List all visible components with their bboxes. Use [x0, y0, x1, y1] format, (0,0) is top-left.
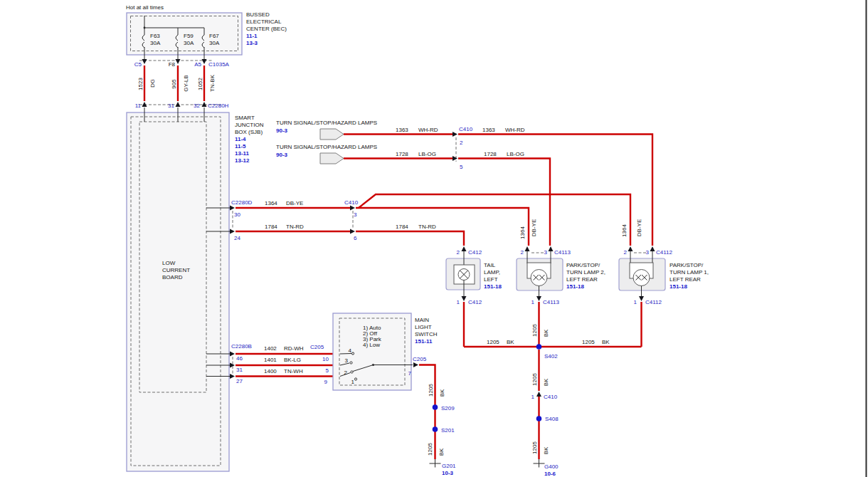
wire-circuit-label: 1205: [487, 339, 499, 345]
switch-terminal-number: 4: [349, 347, 352, 354]
wire-color-label: BK: [602, 339, 610, 345]
lamp-pin-label: 3: [646, 249, 650, 256]
lamp-pin-label: 1: [457, 299, 460, 305]
splice-dot: [433, 426, 438, 432]
sjb-title-line: BOX (SJB): [235, 129, 263, 135]
fuse-rating: 30A: [209, 40, 220, 46]
pin-arrow-down: [176, 59, 181, 64]
switch-terminal-number: 1: [351, 379, 355, 385]
c410-pin-label: 5: [460, 164, 463, 170]
pin-arrow-right: [452, 156, 457, 161]
splice-label: S408: [545, 416, 559, 422]
wire-circuit-label: 905: [171, 79, 177, 89]
wire-color-label: WH-RD: [505, 127, 525, 133]
pin-arrow-up: [628, 246, 633, 251]
splice-label: S402: [544, 353, 558, 360]
offpage-title: TURN SIGNAL/STOP/HAZARD LAMPS: [276, 120, 377, 126]
wire-color-label: TN-RD: [286, 224, 304, 230]
wire-color-label: BK-LG: [284, 357, 301, 363]
lamp-connector-label: C4112: [645, 299, 662, 305]
feed-wires: 1523 DG 905 GY-LB 1052 TN-BK: [137, 65, 216, 101]
sjb-page-ref: 13-11: [235, 150, 250, 157]
wire-circuit-label: 1052: [197, 78, 203, 90]
bulb-icon: [531, 270, 547, 286]
c410-connector-label: C410: [344, 199, 359, 206]
turn-signal-row-1: TURN SIGNAL/STOP/HAZARD LAMPS 90-3 1363 …: [276, 120, 652, 246]
wire-circuit-label: 1784: [265, 224, 277, 230]
lamp-pin-label: 2: [457, 249, 460, 256]
sjb-pin-label: 32: [194, 103, 200, 109]
wire-color-label: WH-RD: [418, 127, 438, 133]
pin-arrow-right: [230, 374, 235, 379]
sjb-pin-label: 31: [168, 103, 174, 109]
switch-name-line: MAIN: [415, 317, 429, 323]
offpage-page-ref: 90-3: [276, 127, 288, 134]
lamp-connector-label: C412: [468, 299, 482, 305]
pin-arrow-down: [639, 296, 644, 301]
switch-terminal-number: 2: [344, 369, 348, 376]
offpage-page-ref: 90-3: [276, 152, 288, 158]
lamp-page-ref: 151-18: [669, 283, 687, 290]
wire-color-label: DB-YE: [286, 200, 303, 206]
c2280b-pin-label: 27: [236, 378, 243, 384]
c410-pin-label: 1: [531, 394, 535, 400]
lamp-name-line: LAMP,: [484, 269, 500, 276]
fuse-rating: 30A: [184, 40, 194, 46]
wire-circuit-label: 1401: [264, 357, 277, 363]
lamp-connector-label: C4113: [543, 299, 560, 305]
wire-circuit-label: 1784: [396, 224, 408, 230]
pin-arrow-right: [230, 229, 235, 234]
wire-color-label: DB-YE: [531, 219, 537, 236]
wire-circuit-label: 1205: [427, 443, 433, 456]
switch-terminal-number: 3: [345, 357, 349, 364]
lamp-name-line: LEFT REAR: [566, 276, 598, 283]
bulb-icon: [633, 270, 650, 286]
switch-name-line: LIGHT: [415, 324, 432, 330]
wire-circuit-label: 1728: [396, 151, 408, 157]
pin-arrow-right: [350, 206, 355, 211]
c410-connector-label: C410: [459, 126, 473, 132]
c205-pin-label: 10: [322, 356, 329, 362]
sjb-page-ref: 11-4: [235, 136, 246, 142]
wire-color-label: LB-OG: [418, 151, 436, 157]
c205-pin-label: 5: [326, 367, 329, 374]
wire-color-label: BK: [543, 329, 549, 337]
switch-name-line: SWITCH: [415, 331, 438, 337]
switch-position-label: 4) Low: [363, 342, 380, 348]
wire-color-label: DB-YE: [636, 219, 642, 236]
lamp-name-line: TURN LAMP 2,: [566, 269, 605, 276]
bec-connector-label: C1035A: [208, 61, 230, 68]
hot-at-all-times-label: Hot at all times: [126, 4, 164, 11]
pin-arrow-right: [350, 229, 355, 234]
c2280d-pin-label: 24: [234, 235, 240, 241]
lamp-name-line: TURN LAMP 1,: [669, 269, 709, 276]
wire-circuit-label: 1363: [396, 127, 408, 133]
wire-color-label: DG: [149, 79, 156, 88]
c2280b-connector-label: C2280B: [231, 343, 252, 350]
wire-circuit-label: 1205: [582, 339, 595, 345]
c205-connector-label: C205: [413, 356, 427, 362]
offpage-arrow-icon: [320, 153, 344, 164]
switch-page-ref: 151-11: [415, 338, 433, 345]
lamp-connector-label: C412: [468, 249, 482, 256]
smart-junction-box: 11 31 32 C2280H SMART JUNCTION BOX (SJB)…: [127, 102, 264, 471]
pin-arrow-right: [230, 206, 235, 211]
bec-pin-label: F8: [169, 61, 176, 68]
c2280d-row-tn-rd: 24 1784 TN-RD 6 1784 TN-RD: [206, 224, 464, 246]
bec-title-line: ELECTRICAL: [246, 19, 282, 25]
c2280d-pin-label: 30: [234, 211, 240, 218]
tail-lamp-left: 2 C412 1 C412 TAIL LAMP, LEFT 151-18: [446, 246, 502, 305]
wire-circuit-label: 1205: [428, 384, 434, 397]
splice-dot: [433, 404, 438, 410]
pin-arrow-up: [462, 246, 467, 251]
bec-page-ref: 13-3: [246, 40, 258, 46]
low-current-board-label: CURRENT: [162, 267, 190, 273]
fuse-label: F63: [150, 33, 160, 39]
fuse-label: F59: [184, 33, 194, 39]
wire-color-label: BK: [543, 446, 549, 454]
fuse-label: F67: [209, 33, 219, 39]
sjb-pin-label: 11: [135, 103, 142, 109]
wire-circuit-label: 1363: [482, 127, 495, 133]
lamp-name-line: TAIL: [484, 262, 496, 268]
splice-label: S209: [441, 405, 455, 412]
